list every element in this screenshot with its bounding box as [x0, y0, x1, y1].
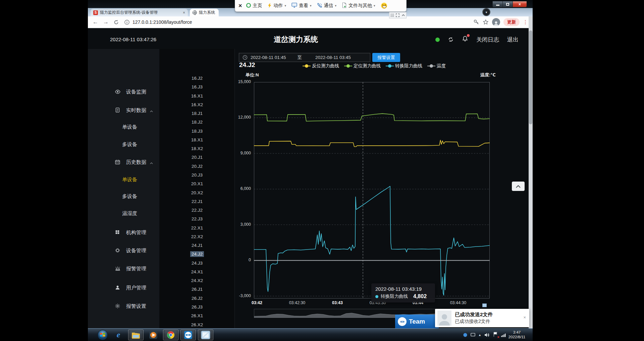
sidebar-item-0[interactable]: 设备监测: [88, 87, 159, 97]
device-item-22.J1[interactable]: 22.J1: [159, 197, 235, 206]
chart-plot-area[interactable]: [254, 82, 490, 298]
legend-item-3[interactable]: 温度: [427, 63, 446, 69]
sidebar-subitem-2-0[interactable]: 单设备: [88, 175, 159, 185]
reload-icon[interactable]: [113, 19, 119, 25]
tray-app-icon[interactable]: [463, 333, 468, 337]
datazoom-handle[interactable]: [482, 303, 487, 307]
device-item-26.J1[interactable]: 26.J1: [159, 285, 235, 294]
device-item-20.J2[interactable]: 20.J2: [159, 162, 235, 171]
device-item-18.J3[interactable]: 18.J3: [159, 127, 235, 136]
action-center-flag[interactable]: ×: [493, 332, 498, 338]
page-scrollbar[interactable]: [529, 16, 533, 328]
device-item-26.X1[interactable]: 26.X1: [159, 312, 235, 320]
legend-item-1[interactable]: 定位测力曲线: [344, 63, 381, 69]
tv-menu-2[interactable]: 动作▾: [268, 3, 286, 9]
device-label: 20.X1: [191, 181, 203, 186]
back-icon[interactable]: ←: [93, 19, 98, 25]
close-log-button[interactable]: 关闭日志: [476, 36, 499, 44]
taskbar-teamviewer[interactable]: [180, 330, 196, 340]
tab-close-icon[interactable]: ×: [183, 10, 185, 15]
sidebar-subitem-2-2[interactable]: 温湿度: [88, 208, 159, 218]
forward-icon[interactable]: →: [103, 19, 109, 25]
device-item-16.X1[interactable]: 16.X1: [159, 92, 235, 100]
notification-bell[interactable]: [462, 36, 468, 44]
tv-menu-1[interactable]: 主页: [246, 3, 262, 9]
window-minimize-button[interactable]: [492, 1, 502, 7]
browser-menu-icon[interactable]: ⋮: [523, 19, 528, 25]
tray-overflow-icon[interactable]: ▲: [478, 333, 481, 337]
sidebar-item-1[interactable]: 实时数据: [88, 105, 159, 115]
device-item-18.X1[interactable]: 18.X1: [159, 136, 235, 144]
back-to-top-button[interactable]: [512, 182, 525, 191]
sidebar-subitem-1-1[interactable]: 多设备: [88, 139, 159, 149]
tv-menu-3[interactable]: 查看▾: [291, 3, 312, 9]
device-item-22.X2[interactable]: 22.X2: [159, 232, 235, 241]
legend-marker-icon: [303, 64, 311, 68]
tab-force-system[interactable]: 阻力系统: [190, 9, 219, 16]
logout-button[interactable]: 退出: [507, 36, 519, 44]
notification-close-icon[interactable]: ×: [523, 315, 526, 320]
sidebar-item-3[interactable]: 机构管理: [88, 227, 159, 237]
tv-pulldown-button[interactable]: ▾: [482, 8, 490, 16]
taskbar-explorer[interactable]: [128, 330, 144, 340]
device-item-24.X2[interactable]: 24.X2: [159, 276, 235, 285]
legend-item-0[interactable]: 反位测力曲线: [303, 63, 339, 69]
sidebar-item-5[interactable]: 报警管理: [88, 264, 159, 274]
network-signal-icon[interactable]: [501, 333, 506, 337]
person-icon: [493, 21, 499, 26]
tooltip-value: 4,802: [413, 293, 427, 299]
tab-admin-system[interactable]: S 阻力监控后台管理系统-设备管理 ×: [91, 9, 188, 16]
sidebar-subitem-1-0[interactable]: 单设备: [88, 122, 159, 132]
tv-menu-4[interactable]: 通信▾: [317, 3, 337, 9]
date-range-picker[interactable]: 2022-08-11 01:45 至 2022-08-11 03:45: [239, 53, 370, 62]
chrome-update-button[interactable]: 更新: [503, 18, 520, 26]
window-maximize-button[interactable]: [502, 1, 513, 7]
file-transfer-notification[interactable]: 已成功发送2文件 已成功接收2文件 ×: [435, 309, 529, 327]
alarm-settings-button[interactable]: 报警设置: [372, 53, 400, 62]
tv-close-icon[interactable]: ×: [238, 2, 242, 9]
sidebar-subitem-2-1[interactable]: 多设备: [88, 191, 159, 201]
volume-icon[interactable]: [484, 333, 490, 337]
bookmark-star-icon[interactable]: [483, 19, 489, 25]
grid-dots-icon[interactable]: [390, 13, 394, 17]
chevron-up-icon[interactable]: [401, 13, 405, 17]
sidebar-item-6[interactable]: 用户管理: [88, 283, 159, 293]
window-close-button[interactable]: ×: [513, 1, 527, 7]
taskbar-chrome[interactable]: [163, 330, 178, 340]
flag-error-badge: ×: [497, 335, 499, 339]
tv-menu-5[interactable]: 文件与其他▾: [342, 2, 375, 9]
info-icon[interactable]: [124, 20, 129, 25]
device-item-26.X2[interactable]: 26.X2: [159, 321, 235, 329]
device-item-22.J2[interactable]: 22.J2: [159, 206, 235, 215]
device-item-24.X1[interactable]: 24.X1: [159, 268, 235, 276]
feedback-smiley-icon[interactable]: [381, 3, 387, 9]
app-window-icon: [201, 331, 210, 339]
taskbar-clock[interactable]: 3:47 2022/8/11: [506, 330, 527, 339]
tray-window-icon[interactable]: [471, 333, 475, 337]
profile-avatar[interactable]: [492, 18, 500, 26]
taskbar-app-window[interactable]: [198, 330, 213, 340]
device-item-16.X2[interactable]: 16.X2: [159, 100, 235, 109]
range-end[interactable]: 2022-08-11 03:45: [315, 55, 351, 60]
y-tick-label: 15,000: [217, 79, 251, 84]
sidebar-subitem-label: 多设备: [122, 141, 137, 148]
refresh-icon[interactable]: [448, 37, 454, 43]
taskbar-wmp[interactable]: [146, 330, 161, 340]
sidebar-item-4[interactable]: 设备管理: [88, 246, 159, 256]
device-item-20.J3[interactable]: 20.J3: [159, 171, 235, 180]
legend-item-2[interactable]: 转换阻力曲线: [386, 63, 422, 69]
device-item-16.J3[interactable]: 16.J3: [159, 83, 235, 91]
address-bar[interactable]: 127.0.0.1:21008/layout/force: [124, 19, 473, 25]
teamviewer-popup[interactable]: «» Team: [395, 315, 439, 328]
device-item-26.J3[interactable]: 26.J3: [159, 303, 235, 312]
device-label: 22.J1: [192, 199, 203, 204]
range-start[interactable]: 2022-08-11 01:45: [251, 55, 286, 60]
sidebar-item-2[interactable]: 历史数据: [88, 157, 159, 167]
expand-icon[interactable]: [396, 13, 399, 17]
device-item-24.J1[interactable]: 24.J1: [159, 241, 235, 250]
key-icon[interactable]: [473, 19, 479, 25]
sidebar-item-7[interactable]: 报警设置: [88, 301, 159, 311]
taskbar-ie[interactable]: e: [111, 330, 126, 340]
start-orb-icon[interactable]: [97, 329, 109, 341]
scrollbar-thumb[interactable]: [529, 30, 532, 124]
